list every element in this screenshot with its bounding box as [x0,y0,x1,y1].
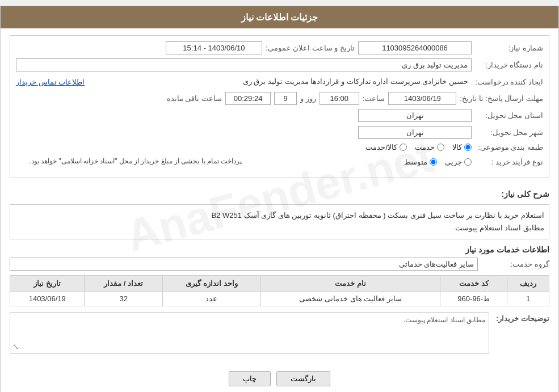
table-row: 1 ط-96-960 سایر فعالیت های خدماتی شخصی ع… [10,292,549,306]
creator-value: حسین خانزادی سرپرست اداره تدارکات و قرار… [88,75,472,88]
deadline-date: 1403/06/19 [388,92,456,105]
back-button[interactable]: بازگشت [276,371,330,386]
service-info-section: اطلاعات خدمات مورد نیاز گروه خدمت: سایر … [10,245,549,306]
category-radio-group: کالا خدمت کالا/خدمت [16,143,472,151]
page-wrapper: جزئیات اطلاعات نیاز شماره نیاز: 11030952… [0,6,559,392]
col-date: تاریخ نیاز [10,276,85,292]
province-label: استان محل تحویل: [475,111,543,120]
col-row-num: ردیف [507,276,549,292]
creator-link[interactable]: اطلاعات تماس خریدار [16,78,85,86]
category-goods-label: کالا [452,143,462,151]
service-group-value: سایر فعالیت‌های خدماتی [10,258,478,271]
deadline-time-label: ساعت: [363,94,385,103]
notes-text: مطابق اسناد استعلام پیوست. [14,316,485,350]
cell-unit: عدد [162,292,260,306]
buyer-notes-row: توضیحات خریدار: مطابق اسناد استعلام پیوس… [10,312,549,360]
cell-name: سایر فعالیت های خدماتی شخصی [261,292,440,306]
category-service-label: خدمت [415,143,435,151]
buyer-name-value: مدیریت تولید برق ری [16,58,472,71]
process-partial-label: جزیی [445,158,462,166]
cell-date: 1403/06/19 [10,292,85,306]
table-header-row: ردیف کد خدمت نام خدمت واحد اندازه گیری ت… [10,276,549,292]
row-city: شهر محل تحویل: تهران [16,126,543,139]
col-unit: واحد اندازه گیری [162,276,260,292]
notes-box: مطابق اسناد استعلام پیوست. ⤡ [10,312,489,354]
deadline-time: 16:00 [320,92,359,105]
deadline-days-label: روز و [300,94,316,103]
buyer-notes-label: توضیحات خریدار: [493,312,549,323]
date-value: 1403/06/10 - 15:14 [166,41,262,54]
process-option-partial[interactable]: جزیی [445,158,472,166]
date-label: تاریخ و ساعت اعلان عمومی: [266,44,355,52]
city-value: تهران [358,126,472,139]
city-label: شهر محل تحویل: [475,128,543,137]
service-table: ردیف کد خدمت نام خدمت واحد اندازه گیری ت… [10,275,549,306]
deadline-remaining: 00:29:24 [225,92,271,105]
creator-label: ایجاد کننده درخواست: [475,78,543,86]
info-section: شماره نیاز: 1103095264000086 تاریخ و ساع… [10,35,549,178]
cell-qty: 32 [85,292,162,306]
table-head: ردیف کد خدمت نام خدمت واحد اندازه گیری ت… [10,276,549,292]
province-value: تهران [358,109,472,122]
process-label: نوع فرآیند خرید : [475,158,543,166]
page-title: جزئیات اطلاعات نیاز [241,12,318,22]
row-process: نوع فرآیند خرید : جزیی متوسط پرداخت تمام… [16,155,543,168]
col-name: نام خدمت [261,276,440,292]
category-option-service[interactable]: خدمت [415,143,444,151]
process-option-medium[interactable]: متوسط [404,158,437,166]
category-option-both[interactable]: کالا/خدمت [365,143,407,151]
category-label: طبقه بندی موضوعی: [475,143,543,151]
cell-row-num: 1 [507,292,549,306]
col-code: کد خدمت [440,276,507,292]
row-creator: ایجاد کننده درخواست: حسین خانزادی سرپرست… [16,75,543,88]
description-section-title: شرح کلی نیاز: [502,189,549,199]
description-line2: مطابق اسناد استعلام پیوست [15,222,544,234]
deadline-remaining-label: ساعت باقی مانده [167,94,222,103]
col-qty: تعداد / مقدار [85,276,162,292]
print-button[interactable]: چاپ [229,371,271,386]
description-box: استعلام خرید با نظارت بر ساخت سیل فنری ب… [10,204,549,239]
request-number-label: شماره نیاز: [475,44,543,52]
service-group-row: گروه خدمت: سایر فعالیت‌های خدماتی [10,258,549,271]
row-buyer-name: نام دستگاه خریدار: مدیریت تولید برق ری [16,58,543,71]
button-row: بازگشت چاپ [10,365,549,392]
cell-code: ط-96-960 [440,292,507,306]
buyer-name-label: نام دستگاه خریدار: [475,61,543,69]
deadline-label: مهلت ارسال پاسخ: تا تاریخ: [460,94,543,103]
row-description-title: شرح کلی نیاز: [10,184,549,202]
service-section-title: اطلاعات خدمات مورد نیاز [10,245,549,254]
row-request-number: شماره نیاز: 1103095264000086 تاریخ و ساع… [16,41,543,54]
page-header: جزئیات اطلاعات نیاز [1,6,558,28]
category-option-goods[interactable]: کالا [452,143,472,151]
process-radio-group: جزیی متوسط [249,158,472,166]
table-body: 1 ط-96-960 سایر فعالیت های خدماتی شخصی ع… [10,292,549,306]
process-medium-label: متوسط [404,158,427,166]
description-line1: استعلام خرید با نظارت بر ساخت سیل فنری ب… [15,209,544,222]
deadline-days: 9 [274,92,297,105]
process-note: پرداخت تمام یا بخشی از مبلغ خریدار از مح… [16,155,246,168]
service-group-label: گروه خدمت: [481,260,549,268]
buyer-notes-content: مطابق اسناد استعلام پیوست. ⤡ [10,312,489,360]
resize-icon: ⤡ [12,342,19,351]
category-both-label: کالا/خدمت [365,143,397,151]
request-number-value: 1103095264000086 [358,41,472,54]
content-area: شماره نیاز: 1103095264000086 تاریخ و ساع… [1,28,558,392]
row-category: طبقه بندی موضوعی: کالا خدمت کالا/خدمت [16,143,543,151]
row-deadline: مهلت ارسال پاسخ: تا تاریخ: 1403/06/19 سا… [16,92,543,105]
row-province: استان محل تحویل: تهران [16,109,543,122]
